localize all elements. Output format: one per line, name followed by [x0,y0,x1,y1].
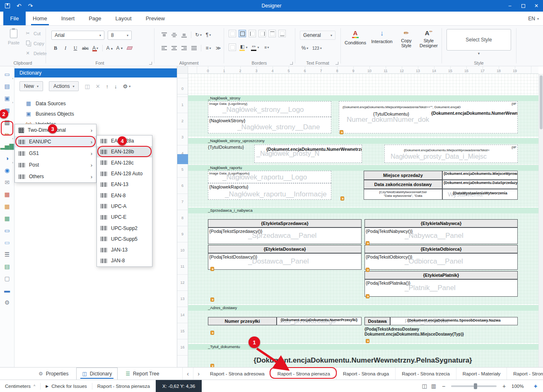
cut-button[interactable]: ✂Cut [25,31,41,36]
toolbox-tool[interactable]: ▦ [2,214,12,223]
ribbon-tab[interactable]: Layout [109,12,139,25]
close-button[interactable]: ✕ [530,0,543,12]
language-select[interactable]: EN▾ [528,12,539,26]
toolbox-tool[interactable]: ▭ [2,238,12,247]
sprzedawca-panel[interactable]: {PodajTekstSprzedawcy()} _Sprzedawca__Pa… [208,227,362,244]
menu-item[interactable]: GS1 › [15,148,96,159]
move-up-icon[interactable]: ↑ [106,83,109,90]
toolbox-tool[interactable]: ▤ [2,82,12,91]
border-color-button[interactable]: ✏▾ [251,43,259,51]
band-header-naglowek-uproszczony[interactable]: _Nagłówek_strony_uproszczony [188,138,538,144]
submenu-item[interactable]: EAN-13 [97,179,152,190]
line-spacing-button[interactable]: ≡▾ [204,44,212,52]
strikethrough-button[interactable]: abc [81,44,89,52]
sposob-dostawy-cell[interactable]: Panel_Dostawa {Dokument.encjaDokumentu.S… [390,317,518,325]
naglowek-raportu-cell[interactable]: {NaglowekRaportu} _Nagłówek_raportu__Inf… [208,183,331,200]
minimize-button[interactable]: – [503,0,516,12]
text-format-select[interactable]: General▾ [300,31,335,40]
submenu-item[interactable]: JAN-8 [97,255,152,266]
menu-item[interactable]: Others › [15,171,96,182]
border-clear-button[interactable] [229,44,236,51]
toolbox-tool[interactable]: ◉ [2,166,12,175]
border-all-button[interactable] [239,30,246,37]
page-tab[interactable]: Raport - Strona [507,368,543,380]
font-color-button[interactable]: A▾ [91,44,99,52]
header-cell-dostawca[interactable]: {EtykietaDostawca} [208,245,362,253]
toolbox-tool[interactable]: ▦ [2,190,12,199]
naglowek-prosty-right[interactable]: {IIF {Dokument.encjaDokumentu.MiejsceWpr… [384,145,518,163]
numer-przesylki-cell[interactable]: listu_przewozowego {Dokument.encjaDokume… [277,317,362,325]
page-tab[interactable]: Raport - Strona adresowa [204,368,271,380]
band-area[interactable] [188,311,538,343]
toolbox-tool[interactable]: ◑ [2,154,12,163]
report-page[interactable]: _Nagłówek_strony Image Data: {LogoStrony… [188,74,538,367]
shrink-font-button[interactable]: A▼ [116,44,124,52]
paste-button[interactable]: Paste [5,29,22,45]
tab-file[interactable]: File [3,12,26,25]
menu-item[interactable]: Post › [15,159,96,171]
settings-gear-icon[interactable]: ⚙▾ [123,83,131,90]
copy-button[interactable]: Copy [25,41,44,46]
submenu-item[interactable]: UPC-A [97,201,152,212]
toolbox-tool[interactable]: ☰ [2,250,12,259]
toolbox-tool[interactable]: ▢ [2,274,12,283]
single-page-view-icon[interactable]: ◫ [422,383,427,389]
header-cell-platnik[interactable]: {EtykietaPlatnik} [364,271,518,279]
border-bottom-button[interactable] [278,30,286,37]
add-page-button[interactable]: + [532,383,539,390]
band-header-adres-dostawy[interactable]: _Adres_dostawy [188,305,538,311]
number-format-button[interactable]: 123▾ [312,44,322,52]
submenu-item[interactable]: EAN-8 [97,190,152,201]
document-title-cell[interactable]: {Dokument.encjaDokumentu.NumerWewnetrzny… [208,356,518,365]
zoom-in-button[interactable]: + [501,383,507,390]
toolbox-tool[interactable]: ▭ [2,226,12,235]
copy-style-button[interactable]: ✏ Copy Style [397,30,416,48]
fill-color-button[interactable]: ◧▾ [239,43,248,51]
percent-format-button[interactable]: %▾ [301,44,309,52]
submenu-item[interactable]: UPC-Supp2 [97,223,152,233]
continuous-view-icon[interactable]: ▥ [431,383,436,389]
align-right-button[interactable] [180,44,188,52]
ribbon-tab[interactable]: Page [82,12,108,25]
grow-font-button[interactable]: A▲ [106,44,114,52]
zoom-slider[interactable] [451,385,497,387]
band-header-tytul-dokumentu[interactable]: _Tytuł_dokumentu [188,344,538,350]
dostawca-panel[interactable]: {PodajTekstDostawcy()} _Dostawca__Panel [208,253,362,270]
cell-text[interactable]: {PodajTekstAdresuDostawy [364,327,419,332]
cell-text[interactable]: Dokument.encjaDokumentu.MiejsceDostawy(T… [364,332,464,336]
check-for-issues-button[interactable]: ▶Check for Issues [41,380,92,392]
save-icon[interactable] [5,3,10,8]
align-left-button[interactable] [160,44,168,52]
page-tab[interactable]: Raport - Strona trzecia [396,368,456,380]
dictionary-tree-item[interactable]: ▦ Data Sources [14,98,177,109]
page-tab[interactable]: Raport - Strona pierwsza [271,368,337,380]
value-cell[interactable]: {CzyTekstDataWytworzeniaKSer "Data wytwo… [364,189,442,200]
header-cell-odbiorca[interactable]: {EtykietaOdbiorca} [364,245,518,253]
header-cell-sprzedawca[interactable]: {EtykietaSprzedawca} [208,219,362,227]
header-cell[interactable]: Data zakończenia dostawy [364,180,442,189]
toolbox-tool[interactable]: ▂▅▇ [2,142,12,151]
header-cell[interactable]: Miejsce sprzedaży [364,171,442,180]
scrollbar-thumb[interactable] [540,75,543,129]
band-header-naglowek-strony[interactable]: _Nagłówek_strony [188,95,538,101]
delete-button[interactable]: ✕Delete [25,51,47,56]
conditions-button[interactable]: A Conditions [344,30,367,45]
align-justify-button[interactable] [190,44,198,52]
submenu-item[interactable]: UPC-E [97,212,152,223]
toolbox-tool[interactable]: ▣ [2,94,12,103]
toolbox-tool[interactable]: ▥ [2,118,12,127]
odbiorca-panel[interactable]: {PodajTekstOdbiorcy()} _Odbiorca__Panel [364,253,518,270]
toolbox-tool[interactable]: ✏ [2,130,12,139]
page-tabs-prev-button[interactable]: ‹ [182,368,193,380]
underline-button[interactable]: U [71,44,80,52]
ribbon-tab[interactable]: Insert [54,12,82,25]
dictionary-tree-item[interactable]: ▣ Business Objects [14,109,177,119]
redo-icon[interactable]: ↷ [28,3,33,9]
horizontal-ruler[interactable]: 012345678910111213141516171819 [188,66,538,74]
logo-strony-image[interactable]: Image Data: {LogoStrony} _Nagłówek_stron… [208,101,331,117]
select-style-dropdown[interactable]: ▾ [446,51,511,56]
nabywca-panel[interactable]: {PodajTekstNabywcy()} _Nabywca__Panel [364,227,518,244]
value-cell[interactable]: {Dokument.encjaDokumentu.DataSprzedazy} [442,180,518,189]
undo-icon[interactable]: ↶ [17,3,22,9]
delete-item-icon[interactable]: ✕ [96,83,100,90]
